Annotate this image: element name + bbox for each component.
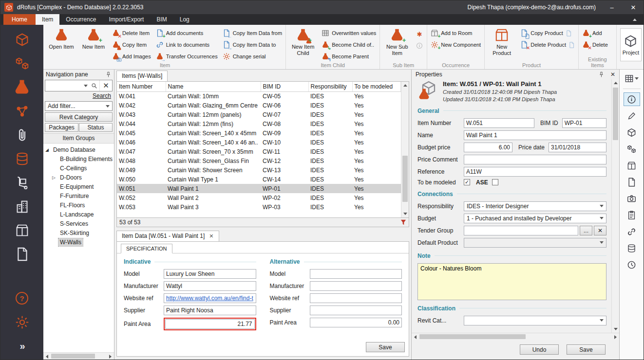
cell[interactable]: CW-12 <box>261 156 308 165</box>
column-header-to-be-modeled[interactable]: To be modeled <box>352 82 401 91</box>
cell[interactable]: W.052 <box>117 193 166 202</box>
cell[interactable]: CW-09 <box>261 128 308 138</box>
table-row[interactable]: W.049Curtain Wall: Shower ScreenCW-13IDE… <box>117 165 401 175</box>
cell[interactable]: Curtain Wall: 12mm (fins) <box>166 119 261 128</box>
table-row[interactable]: W.043Curtain Wall: 12mm (panels)CW-07IDE… <box>117 110 401 119</box>
help-icon[interactable]: ? <box>13 289 31 307</box>
table-row[interactable]: W.042Curtain Wall: Glazing_6mm CentreCW-… <box>117 101 401 110</box>
cell[interactable]: CW-06 <box>261 101 308 110</box>
cell[interactable]: CW-08 <box>261 119 308 128</box>
cell[interactable]: Yes <box>352 138 401 147</box>
bim-id-input[interactable] <box>562 118 606 128</box>
indicative-model-input[interactable] <box>164 269 256 279</box>
cell[interactable]: IDES <box>308 175 352 184</box>
cell[interactable]: Wall Paint 3 <box>166 202 261 212</box>
item-number-input[interactable] <box>464 118 534 128</box>
overwritten-values-button[interactable]: Overwritten values <box>322 29 376 37</box>
to-be-modeled-checkbox[interactable]: ✓ <box>464 179 470 185</box>
database-icon[interactable] <box>624 242 640 254</box>
cell[interactable]: IDES <box>308 193 352 202</box>
cell[interactable]: W.043 <box>117 110 166 119</box>
cell[interactable]: W.050 <box>117 175 166 184</box>
cell[interactable]: W.044 <box>117 119 166 128</box>
cell[interactable]: Yes <box>352 110 401 119</box>
add-to-room-button[interactable]: +Add to Room <box>431 29 481 37</box>
close-button[interactable]: ✕ <box>628 4 639 11</box>
tree-item[interactable]: FL-Floors <box>43 200 114 210</box>
cell[interactable]: Yes <box>352 91 401 101</box>
cell[interactable]: IDES <box>308 147 352 156</box>
default-product-dropdown[interactable] <box>464 238 606 248</box>
menu-log[interactable]: Log <box>173 14 196 25</box>
table-row[interactable]: W.050Curtain Wall Type 1CW-14IDESYes <box>117 175 401 184</box>
sidebar-items-icon[interactable] <box>13 78 31 96</box>
tree-item[interactable]: B-Building Elements <box>43 154 114 163</box>
cell[interactable]: Yes <box>352 101 401 110</box>
sidebar-database-icon[interactable] <box>13 150 31 167</box>
price-comment-input[interactable] <box>464 155 606 164</box>
cell[interactable]: W.051 <box>117 184 166 193</box>
reference-input[interactable] <box>464 167 606 177</box>
cell[interactable]: Yes <box>352 202 401 212</box>
cell[interactable]: IDES <box>308 138 352 147</box>
close-item-data-tab-icon[interactable]: ✕ <box>209 233 213 239</box>
column-header-name[interactable]: Name <box>166 82 261 91</box>
indicative-supplier-input[interactable] <box>164 306 256 315</box>
table-row[interactable]: W.048Curtain Wall: Screen_Glass FinCW-12… <box>117 156 401 165</box>
copy-item-button[interactable]: Copy Item <box>112 41 151 49</box>
cell[interactable]: Curtain Wall: Screen_Glass Fin <box>166 156 261 165</box>
tree-item[interactable]: E-Equipment <box>43 182 114 191</box>
sidebar-cube-icon[interactable] <box>13 31 31 48</box>
cell[interactable]: Yes <box>352 147 401 156</box>
cell[interactable]: Curtain Wall: Screen_70 x 35mm <box>166 147 261 156</box>
add-filter-dropdown[interactable]: Add filter... <box>45 101 113 111</box>
alternative-supplier-input[interactable] <box>310 306 402 315</box>
budget-dropdown[interactable]: 1 - Puchased and installed by Developer <box>464 214 606 223</box>
add-documents-button[interactable]: +Add documents <box>156 29 218 37</box>
sidebar-cubes-icon[interactable] <box>13 54 31 72</box>
cell[interactable]: IDES <box>308 128 352 138</box>
tree-item[interactable]: L-Landscape <box>43 210 114 219</box>
cell[interactable]: WP-01 <box>261 184 308 193</box>
menu-bim[interactable]: BIM <box>150 14 173 25</box>
menu-occurrence[interactable]: Occurrence <box>59 14 102 25</box>
cell[interactable]: WP-02 <box>261 193 308 202</box>
cell[interactable]: Yes <box>352 128 401 138</box>
table-row[interactable]: W.053Wall Paint 3WP-03IDESYes <box>117 202 401 212</box>
settings-gear-icon[interactable] <box>13 313 31 331</box>
tree-item[interactable]: C-Ceilings <box>43 163 114 173</box>
cell[interactable]: Curtain Wall: 12mm (panels) <box>166 110 261 119</box>
edit-item-data-icon[interactable] <box>624 109 640 122</box>
search-link[interactable]: Search <box>93 92 111 99</box>
properties-vertical-scrollbar[interactable] <box>611 79 619 333</box>
menu-import-export[interactable]: Import/Export <box>102 14 150 25</box>
cell[interactable]: CW-05 <box>261 91 308 101</box>
cell[interactable]: IDES <box>308 202 352 212</box>
cell[interactable]: Curtain Wall: 10mm <box>166 91 261 101</box>
cell[interactable]: Yes <box>352 193 401 202</box>
new-item-button[interactable]: + New Item <box>80 26 107 50</box>
search-input[interactable] <box>45 80 82 91</box>
cell[interactable]: IDES <box>308 101 352 110</box>
view-grid-icon[interactable] <box>624 72 640 85</box>
sidebar-logistics-icon[interactable] <box>13 174 31 191</box>
cell[interactable]: W.049 <box>117 165 166 175</box>
sub-item-star-icon[interactable]: ✱ <box>416 30 423 38</box>
sidebar-report-icon[interactable] <box>13 245 31 263</box>
cell[interactable]: W.048 <box>117 156 166 165</box>
copy-item-data-to-button[interactable]: →Copy Item Data to <box>223 41 282 49</box>
cell[interactable]: IDES <box>308 156 352 165</box>
add-images-button[interactable]: Add Images <box>112 53 151 60</box>
ase-checkbox[interactable] <box>492 179 498 185</box>
link-to-documents-button[interactable]: Link to documents <box>156 41 218 49</box>
column-header-responsibility[interactable]: Responsibility <box>308 82 352 91</box>
indicative-manufacturer-input[interactable] <box>164 281 256 291</box>
delete-product-extra-icon[interactable] <box>568 42 575 48</box>
cell[interactable]: Yes <box>352 175 401 184</box>
menu-item-tab[interactable]: Item <box>36 14 59 25</box>
alternative-paint-area-input[interactable] <box>310 318 402 327</box>
indicative-website-input[interactable]: http://www.wattyl.com.au/en/find-t <box>164 293 256 303</box>
cell[interactable]: IDES <box>308 91 352 101</box>
delete-item-button[interactable]: ✕Delete Item <box>112 29 151 37</box>
cell[interactable]: Curtain Wall: Shower Screen <box>166 165 261 175</box>
